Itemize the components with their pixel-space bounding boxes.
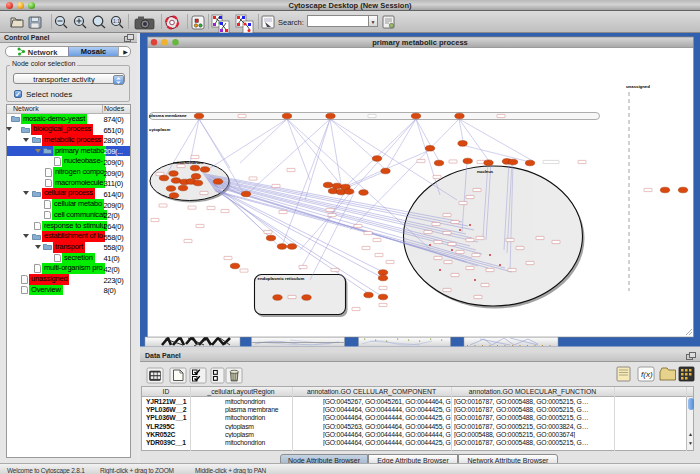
svg-text:nucleus: nucleus: [477, 169, 494, 174]
svg-text:mitochondrion: mitochondrion: [173, 160, 203, 165]
svg-text:endoplasmic reticulum: endoplasmic reticulum: [258, 276, 305, 281]
svg-text:primary metabolic process: primary metabolic process: [372, 38, 467, 47]
svg-text:plasma membrane: plasma membrane: [149, 113, 187, 118]
svg-text:1:1: 1:1: [113, 18, 120, 24]
svg-text:unassigned: unassigned: [626, 84, 650, 89]
svg-text:f(x): f(x): [641, 370, 653, 379]
svg-text:cytoplasm: cytoplasm: [149, 127, 170, 132]
